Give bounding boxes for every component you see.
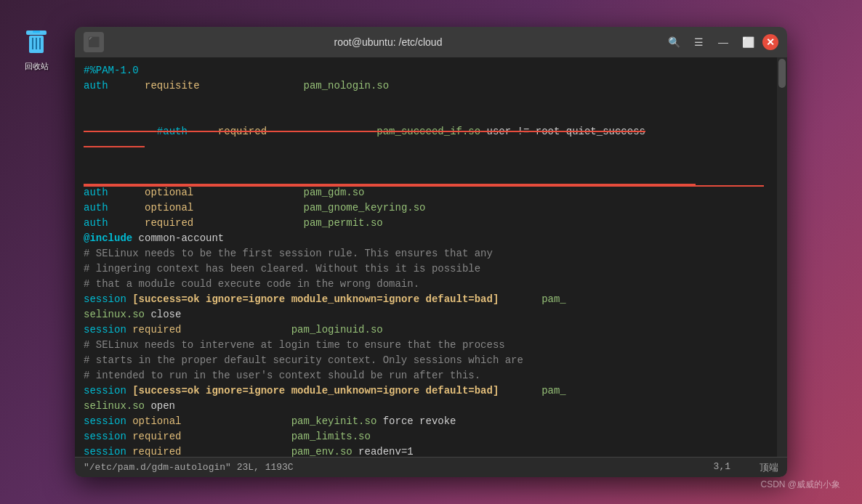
svg-rect-4 bbox=[39, 38, 41, 49]
watermark: CSDN @威威的小象 bbox=[760, 479, 840, 491]
code-line-17: session [success=ok ignore=ignore module… bbox=[84, 383, 764, 399]
code-line-6: auth required pam_permit.so bbox=[84, 216, 764, 231]
terminal-icon: ⬛ bbox=[84, 32, 104, 52]
titlebar-title: root@ubuntu: /etc/cloud bbox=[113, 36, 664, 48]
code-content: #%PAM-1.0 auth requisite pam_nologin.so … bbox=[84, 63, 778, 457]
titlebar: ⬛ root@ubuntu: /etc/cloud 🔍 ☰ — ⬜ ✕ bbox=[75, 27, 787, 57]
code-line-14: # SELinux needs to intervene at login ti… bbox=[84, 338, 764, 353]
code-line-21: session required pam_env.so readenv=1 bbox=[84, 444, 764, 457]
code-line-9: # lingering context has been cleared. Wi… bbox=[84, 261, 764, 277]
recycle-bin[interactable]: 回收站 bbox=[15, 29, 58, 72]
svg-rect-5 bbox=[33, 31, 40, 33]
titlebar-controls: 🔍 ☰ — ⬜ ✕ bbox=[664, 32, 778, 52]
maximize-button[interactable]: ⬜ bbox=[738, 32, 758, 52]
code-line-19: session optional pam_keyinit.so force re… bbox=[84, 414, 764, 429]
status-right: 3,1 顶端 bbox=[714, 461, 778, 474]
recycle-bin-icon bbox=[22, 29, 51, 58]
minimize-button[interactable]: — bbox=[713, 32, 733, 52]
status-bar: "/etc/pam.d/gdm-autologin" 23L, 1193C 3,… bbox=[75, 457, 787, 477]
code-line-8: # SELinux needs to be the first session … bbox=[84, 246, 764, 261]
status-position: 3,1 bbox=[714, 461, 730, 474]
terminal-window: ⬛ root@ubuntu: /etc/cloud 🔍 ☰ — ⬜ ✕ #%PA… bbox=[75, 27, 787, 477]
code-line-5: auth optional pam_gnome_keyring.so bbox=[84, 200, 764, 216]
code-line-11: session [success=ok ignore=ignore module… bbox=[84, 292, 764, 307]
code-line-16: # intended to run in the user's context … bbox=[84, 368, 764, 383]
recycle-bin-label: 回收站 bbox=[25, 61, 49, 72]
scrollbar-thumb[interactable] bbox=[778, 59, 786, 88]
desktop: 回收站 ⬛ root@ubuntu: /etc/cloud 🔍 ☰ — ⬜ ✕ … bbox=[0, 0, 862, 504]
code-line-10: # that a module could execute code in th… bbox=[84, 277, 764, 292]
code-line-20: session required pam_limits.so bbox=[84, 429, 764, 444]
code-line-2: auth requisite pam_nologin.so bbox=[84, 78, 764, 94]
menu-button[interactable]: ☰ bbox=[688, 32, 709, 52]
titlebar-left: ⬛ bbox=[84, 32, 113, 52]
code-line-1: #%PAM-1.0 bbox=[84, 63, 764, 78]
scrollbar[interactable] bbox=[777, 57, 787, 457]
code-line-18: selinux.so open bbox=[84, 399, 764, 414]
status-mode: 顶端 bbox=[760, 461, 778, 474]
search-button[interactable]: 🔍 bbox=[664, 32, 684, 52]
code-line-12: selinux.so close bbox=[84, 307, 764, 322]
code-line-15: # starts in the proper default security … bbox=[84, 353, 764, 368]
code-line-7: @include common-account bbox=[84, 231, 764, 246]
close-button[interactable]: ✕ bbox=[762, 34, 778, 50]
terminal-body[interactable]: #%PAM-1.0 auth requisite pam_nologin.so … bbox=[75, 57, 787, 457]
code-line-3: #auth required pam_succeed_if.so user !=… bbox=[84, 94, 764, 185]
svg-rect-3 bbox=[36, 38, 37, 49]
code-line-4: auth optional pam_gdm.so bbox=[84, 185, 764, 200]
code-line-13: session required pam_loginuid.so bbox=[84, 322, 764, 338]
status-file-info: "/etc/pam.d/gdm-autologin" 23L, 1193C bbox=[84, 462, 294, 473]
svg-rect-2 bbox=[32, 38, 33, 49]
